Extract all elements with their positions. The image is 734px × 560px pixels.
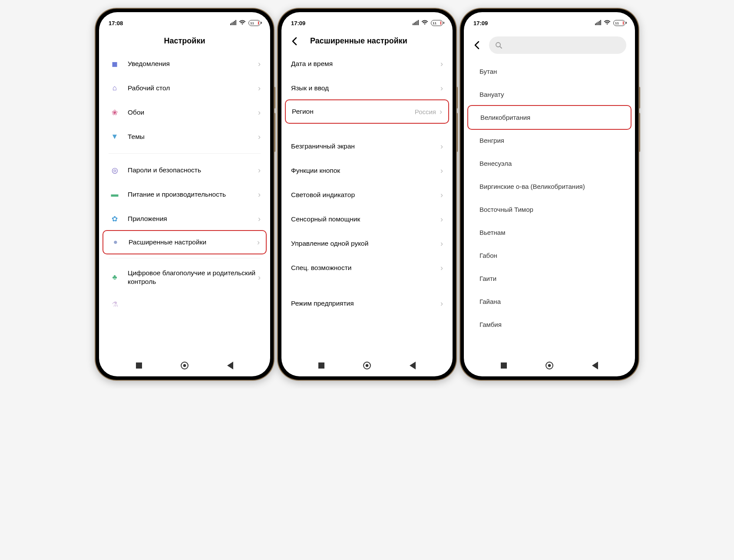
row-fullscreen[interactable]: Безграничный экран ›	[285, 134, 449, 158]
chevron-right-icon: ›	[440, 166, 443, 175]
nav-back[interactable]	[590, 361, 600, 370]
row-themes[interactable]: ▼ Темы ›	[102, 125, 267, 149]
chevron-right-icon: ›	[440, 299, 443, 308]
row-apps[interactable]: ✿ Приложения ›	[102, 207, 267, 231]
svg-rect-14	[600, 20, 601, 25]
row-home[interactable]: ⌂ Рабочий стол ›	[102, 76, 267, 100]
svg-rect-12	[598, 22, 598, 25]
screen-advanced: 17:09 11 Расширенные настройки Дата и вр…	[281, 12, 453, 376]
svg-rect-3	[234, 21, 235, 25]
nav-recent[interactable]	[134, 361, 144, 370]
status-time: 17:09	[473, 20, 488, 26]
svg-rect-8	[417, 21, 417, 25]
chevron-right-icon: ›	[440, 142, 443, 151]
row-accessibility[interactable]: Спец. возможности ›	[285, 256, 449, 280]
search-icon	[495, 42, 502, 49]
nav-recent[interactable]	[499, 361, 509, 370]
fingerprint-icon: ◎	[109, 165, 121, 175]
country-item[interactable]: Венесуэла	[467, 152, 632, 175]
page-title: Настройки	[108, 36, 261, 46]
svg-rect-4	[235, 20, 236, 25]
wifi-icon	[239, 20, 246, 26]
flower-icon: ❀	[109, 108, 121, 117]
row-partial[interactable]: ⚗	[102, 292, 267, 316]
region-value: Россия	[415, 108, 436, 115]
chevron-right-icon: ›	[440, 239, 443, 248]
row-led[interactable]: Световой индикатор ›	[285, 183, 449, 207]
chevron-right-icon: ›	[258, 84, 261, 93]
row-datetime[interactable]: Дата и время ›	[285, 52, 449, 76]
row-quickball[interactable]: Сенсорный помощник ›	[285, 207, 449, 231]
row-enterprise[interactable]: Режим предприятия ›	[285, 291, 449, 316]
country-item[interactable]: Вануату	[467, 83, 632, 106]
svg-line-16	[500, 46, 502, 48]
status-bar: 17:09 11	[464, 16, 635, 30]
wifi-icon	[421, 20, 428, 26]
country-item[interactable]: Вьетнам	[467, 221, 632, 244]
heart-icon: ♣	[109, 273, 121, 282]
country-item[interactable]: Гамбия	[467, 313, 632, 336]
row-battery[interactable]: ▬ Питание и производительность ›	[102, 182, 267, 207]
nav-home[interactable]	[545, 361, 554, 370]
country-item[interactable]: Виргинские о-ва (Великобритания)	[467, 175, 632, 198]
nav-back[interactable]	[408, 361, 417, 370]
header: Настройки	[99, 30, 270, 52]
country-item[interactable]: Восточный Тимор	[467, 198, 632, 221]
header	[464, 30, 635, 60]
settings-list[interactable]: ◼ Уведомления › ⌂ Рабочий стол › ❀ Обои …	[99, 52, 270, 355]
svg-rect-10	[595, 23, 596, 25]
status-bar: 17:08 11	[99, 16, 270, 30]
row-advanced-settings[interactable]: ● Расширенные настройки ›	[102, 230, 267, 254]
chevron-right-icon: ›	[258, 166, 261, 175]
row-wellbeing[interactable]: ♣ Цифровое благополучие и родительский к…	[102, 263, 267, 292]
chevron-right-icon: ›	[258, 190, 261, 199]
row-wallpaper[interactable]: ❀ Обои ›	[102, 100, 267, 125]
signal-icon	[230, 20, 236, 26]
row-notifications[interactable]: ◼ Уведомления ›	[102, 52, 267, 76]
row-region[interactable]: Регион Россия ›	[285, 99, 449, 124]
back-button[interactable]	[473, 41, 481, 49]
battery-setting-icon: ▬	[109, 190, 121, 199]
flask-icon: ⚗	[109, 300, 121, 309]
chevron-right-icon: ›	[440, 59, 443, 69]
advanced-list[interactable]: Дата и время › Язык и ввод › Регион Росс…	[281, 52, 453, 355]
nav-recent[interactable]	[317, 361, 326, 370]
home-icon: ⌂	[109, 83, 121, 93]
screen-region-list: 17:09 11 БутанВануатуВеликобританияВенгр…	[464, 12, 635, 376]
nav-home[interactable]	[180, 361, 189, 370]
country-item[interactable]: Великобритания	[467, 105, 632, 130]
nav-bar	[99, 355, 270, 376]
country-list[interactable]: БутанВануатуВеликобританияВенгрияВенесуэ…	[464, 60, 635, 355]
row-passwords[interactable]: ◎ Пароли и безопасность ›	[102, 158, 267, 182]
nav-back[interactable]	[225, 361, 235, 370]
svg-rect-0	[230, 23, 231, 25]
page-title: Расширенные настройки	[310, 36, 444, 46]
row-language[interactable]: Язык и ввод ›	[285, 76, 449, 100]
svg-rect-6	[414, 23, 415, 25]
phone-2: 17:09 11 Расширенные настройки Дата и вр…	[278, 9, 456, 380]
battery-icon: 11	[248, 20, 261, 26]
back-button[interactable]	[290, 37, 299, 46]
signal-icon	[595, 20, 601, 26]
search-input[interactable]	[489, 36, 626, 54]
country-item[interactable]: Венгрия	[467, 129, 632, 152]
country-item[interactable]: Габон	[467, 244, 632, 267]
bell-icon: ◼	[109, 59, 121, 69]
header: Расширенные настройки	[281, 30, 453, 52]
svg-rect-7	[415, 22, 416, 25]
country-item[interactable]: Гаити	[467, 267, 632, 290]
battery-icon: 11	[613, 20, 625, 26]
chevron-right-icon: ›	[440, 84, 443, 93]
row-buttons[interactable]: Функции кнопок ›	[285, 158, 449, 183]
country-item[interactable]: Гайана	[467, 290, 632, 313]
row-onehand[interactable]: Управление одной рукой ›	[285, 231, 449, 256]
nav-home[interactable]	[362, 361, 372, 370]
country-item[interactable]: Бутан	[467, 60, 632, 83]
chevron-right-icon: ›	[440, 191, 443, 200]
dots-icon: ●	[109, 237, 122, 247]
status-bar: 17:09 11	[281, 16, 453, 30]
chevron-right-icon: ›	[440, 107, 442, 116]
chevron-right-icon: ›	[258, 273, 261, 282]
signal-icon	[413, 20, 419, 26]
chevron-right-icon: ›	[258, 108, 261, 117]
